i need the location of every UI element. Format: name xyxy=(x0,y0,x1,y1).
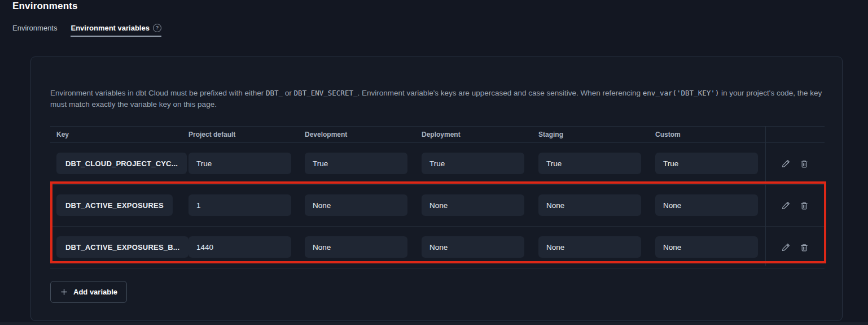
footer-strip xyxy=(0,322,868,325)
code-snippet: DBT_ xyxy=(266,89,283,97)
plus-icon xyxy=(60,288,68,296)
edit-variable-button[interactable] xyxy=(780,158,791,170)
staging-value: None xyxy=(538,236,641,258)
project-default-value: True xyxy=(188,153,291,174)
actions-column-divider xyxy=(765,126,766,266)
column-header: Project default xyxy=(188,131,235,138)
custom-value: None xyxy=(655,194,758,216)
row-actions xyxy=(765,185,825,226)
deployment-value: True xyxy=(422,153,524,174)
table-row: DBT_CLOUD_PROJECT_CYC... True True True … xyxy=(50,143,825,185)
custom-value: True xyxy=(655,153,758,174)
description-text: . Environment variable's keys are upperc… xyxy=(357,89,642,97)
edit-variable-button[interactable] xyxy=(780,200,791,211)
variable-key-pill: DBT_CLOUD_PROJECT_CYC... xyxy=(56,153,187,174)
table-row: DBT_ACTIVE_EXPOSURES_B... 1440 None None… xyxy=(50,227,825,268)
development-value: None xyxy=(305,194,407,216)
environment-variables-card: Environment variables in dbt Cloud must … xyxy=(30,57,843,321)
description: Environment variables in dbt Cloud must … xyxy=(50,88,822,110)
column-header: Deployment xyxy=(422,131,461,138)
edit-variable-button[interactable] xyxy=(780,242,791,253)
tab-label: Environment variables xyxy=(71,24,149,32)
development-value: True xyxy=(305,153,407,174)
table-row: DBT_ACTIVE_EXPOSURES 1 None None None No… xyxy=(50,185,825,227)
description-text: Environment variables in dbt Cloud must … xyxy=(50,89,266,97)
column-header: Development xyxy=(305,131,347,138)
tab-environment-variables[interactable]: Environment variables ? xyxy=(71,23,161,37)
description-text: or xyxy=(283,89,294,97)
column-header: Key xyxy=(56,131,69,138)
code-snippet: env_var('DBT_KEY') xyxy=(643,89,719,97)
staging-value: True xyxy=(538,153,641,174)
add-variable-label: Add variable xyxy=(73,288,117,296)
add-variable-button[interactable]: Add variable xyxy=(50,281,127,303)
code-snippet: DBT_ENV_SECRET_ xyxy=(294,89,358,97)
deployment-value: None xyxy=(422,236,524,258)
column-header: Custom xyxy=(655,131,681,138)
tab-label: Environments xyxy=(12,24,57,32)
delete-variable-button[interactable] xyxy=(799,158,810,170)
page-title: Environments xyxy=(12,1,78,12)
delete-variable-button[interactable] xyxy=(799,200,810,211)
column-header: Staging xyxy=(538,131,563,138)
deployment-value: None xyxy=(422,194,524,216)
project-default-value: 1440 xyxy=(188,236,291,258)
staging-value: None xyxy=(538,194,641,216)
help-icon[interactable]: ? xyxy=(153,24,161,32)
table-header: KeyProject defaultDevelopmentDeploymentS… xyxy=(50,126,825,143)
row-actions xyxy=(765,143,825,184)
row-actions xyxy=(765,227,825,268)
tab-bar: Environments Environment variables ? xyxy=(12,23,161,37)
table-body: DBT_CLOUD_PROJECT_CYC... True True True … xyxy=(50,143,825,268)
delete-variable-button[interactable] xyxy=(799,242,810,253)
project-default-value: 1 xyxy=(188,194,291,216)
custom-value: None xyxy=(655,236,758,258)
tab-environments[interactable]: Environments xyxy=(12,23,57,37)
environment-variables-table: KeyProject defaultDevelopmentDeploymentS… xyxy=(50,126,825,266)
variable-key-pill: DBT_ACTIVE_EXPOSURES xyxy=(56,194,173,216)
development-value: None xyxy=(305,236,407,258)
variable-key-pill: DBT_ACTIVE_EXPOSURES_B... xyxy=(56,236,188,258)
